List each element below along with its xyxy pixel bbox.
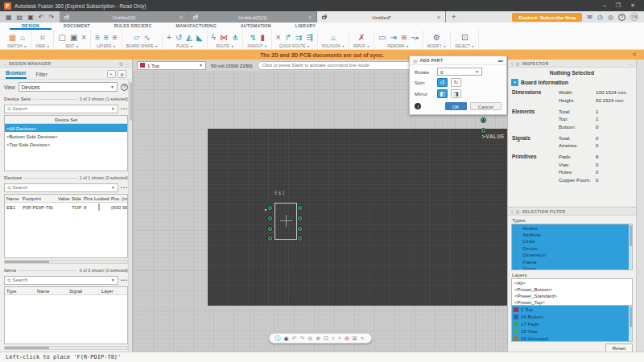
help-icon[interactable]: ? bbox=[618, 14, 625, 21]
document-tab[interactable]: Untitled* × bbox=[317, 11, 446, 23]
layers-top-icon[interactable]: ≡ bbox=[95, 34, 100, 42]
devices-search-input[interactable] bbox=[12, 185, 109, 190]
expand-section-button[interactable]: ▼ bbox=[511, 79, 518, 86]
route-all-icon[interactable]: ⇉ bbox=[295, 34, 302, 42]
toolbar-group-label[interactable]: SELECT▼ bbox=[455, 44, 474, 48]
copy-icon[interactable]: ▣ bbox=[70, 34, 77, 42]
route-multi-icon[interactable]: ⋔ bbox=[232, 34, 238, 42]
cancel-button[interactable]: Cancel bbox=[470, 102, 502, 110]
panel-gear-icon[interactable]: ◎ bbox=[119, 61, 123, 66]
qat-icon[interactable]: ▦ bbox=[6, 14, 12, 21]
component-pad[interactable] bbox=[267, 205, 273, 211]
layer-preset-row[interactable]: <All> bbox=[512, 279, 632, 286]
devices-horizontal-scrollbar[interactable] bbox=[4, 260, 128, 264]
toolbar-group-label[interactable]: QUICK ROUTE▼ bbox=[279, 44, 310, 48]
polygon-icon[interactable]: ⌂ bbox=[331, 34, 336, 42]
view-select[interactable]: Devices ▼ bbox=[19, 82, 118, 92]
layer-preset-row[interactable]: <Preset_Bottom> bbox=[512, 286, 632, 292]
device-sets-searchbox[interactable]: ⚲ ▼ bbox=[4, 105, 118, 113]
zoom-out-icon[interactable]: ⊖ bbox=[308, 335, 312, 341]
info-icon[interactable]: ⓘ bbox=[275, 335, 280, 341]
ribbon-tab[interactable]: AUTOMATION bbox=[229, 23, 283, 30]
route-diff-pair-icon[interactable]: ⋈ bbox=[220, 34, 228, 42]
collapse-dialog-icon[interactable]: ▬ bbox=[498, 58, 503, 63]
mirror-off-button[interactable]: ◧ bbox=[437, 89, 448, 98]
toolbar-group-label[interactable]: REWORK▼ bbox=[388, 44, 410, 48]
items-searchbox[interactable]: ⚲ ▼ bbox=[4, 276, 118, 285]
mirror-on-button[interactable]: ◨ bbox=[451, 89, 461, 98]
locked-checkbox[interactable] bbox=[98, 204, 100, 211]
layer-filter-row[interactable]: 19 Unrouted bbox=[512, 335, 632, 342]
toolbar-group-label[interactable]: MODIFY▼ bbox=[427, 44, 447, 48]
component-pad[interactable] bbox=[297, 205, 303, 211]
maximize-button[interactable]: ❐ bbox=[616, 2, 621, 9]
document-tab[interactable]: Untitled(2)(1) × bbox=[188, 11, 317, 23]
selection-box-icon[interactable]: ⊠ bbox=[353, 335, 357, 341]
scrollbar-thumb[interactable] bbox=[5, 347, 49, 349]
layer-preset-row[interactable]: <Preset_Top> bbox=[512, 298, 632, 305]
component-pad[interactable] bbox=[267, 236, 273, 241]
move-icon[interactable]: + bbox=[167, 34, 171, 42]
rework-snip-icon[interactable]: ↝ bbox=[411, 34, 418, 42]
toolbar-group-label[interactable]: LAYERS▼ bbox=[97, 44, 116, 48]
qat-icon[interactable]: ↷ bbox=[48, 14, 54, 21]
ribbon-tab[interactable]: DOCUMENT bbox=[52, 23, 102, 30]
rotate-select[interactable]: 0 ▼ bbox=[437, 68, 482, 76]
modify-wrench-icon[interactable]: ⚙ bbox=[433, 34, 440, 42]
type-filter-row[interactable]: ▤ Device bbox=[512, 245, 632, 251]
new-document-icon[interactable]: ▢ bbox=[58, 34, 65, 42]
subscribe-button[interactable]: Expired: Subscribe Now bbox=[512, 13, 582, 22]
collapse-panel-icon[interactable]: ⟨ bbox=[511, 209, 513, 214]
close-tab-icon[interactable]: × bbox=[180, 14, 183, 20]
type-filter-row[interactable]: ↔ Dimension bbox=[512, 252, 632, 258]
info-icon[interactable]: i bbox=[415, 103, 421, 109]
pan-icon[interactable]: + bbox=[338, 335, 341, 341]
ribbon-tab[interactable]: LIBRARY bbox=[283, 23, 328, 30]
route-active-icon[interactable]: ↱ bbox=[285, 34, 291, 42]
ribbon-tab[interactable]: DESIGN bbox=[10, 23, 52, 30]
rework-extend-icon[interactable]: ⇥ bbox=[390, 34, 396, 42]
tab-browser[interactable]: Browser bbox=[6, 70, 27, 79]
tab-filter[interactable]: Filter bbox=[36, 72, 47, 79]
add-part-header[interactable]: ◎ ADD PART ▬ bbox=[410, 56, 506, 65]
toolbar-group-label[interactable]: PLACE▼ bbox=[176, 44, 193, 48]
rotate-icon[interactable]: ↺ bbox=[175, 34, 182, 42]
layer-filter-row[interactable]: 18 Vias bbox=[512, 327, 632, 335]
component-pad[interactable] bbox=[297, 226, 303, 232]
cursor-menu-icon[interactable]: ↖ bbox=[361, 335, 365, 341]
chevron-down-icon[interactable]: ▼ bbox=[111, 278, 115, 282]
layer-preset-row[interactable]: <Preset_Standard> bbox=[512, 292, 632, 298]
ribbon-tab[interactable]: RULES DRC/ERC bbox=[102, 23, 164, 30]
component-pad[interactable] bbox=[267, 216, 273, 221]
collapse-panel-icon[interactable]: ⟨ bbox=[511, 61, 513, 66]
close-button[interactable]: ✕ bbox=[630, 2, 635, 9]
layer-filter-row[interactable]: 16 Bottom bbox=[512, 313, 632, 320]
layers-all-icon[interactable]: ≡ bbox=[104, 34, 109, 42]
ribbon-tab[interactable]: MANUFACTURING bbox=[164, 23, 229, 30]
mirror-icon[interactable]: ◭ bbox=[186, 34, 192, 42]
items-search-input[interactable] bbox=[12, 278, 109, 282]
redo-view-icon[interactable]: ↷ bbox=[299, 335, 304, 341]
grid-icon[interactable]: ⌗ bbox=[40, 34, 45, 42]
component-pad[interactable] bbox=[297, 216, 303, 221]
layer-filter-row[interactable]: 17 Pads bbox=[512, 320, 632, 327]
top-action-icon[interactable]: ◎ bbox=[608, 14, 613, 21]
scrollbar-thumb[interactable] bbox=[5, 261, 49, 263]
device-set-row[interactable]: <All Devices> bbox=[5, 124, 127, 132]
active-layer-select[interactable]: 1 Top ▼ bbox=[137, 61, 206, 70]
toolbar-group-label[interactable]: BOARD SHAPE▼ bbox=[126, 44, 158, 48]
switch-board-icon[interactable]: ▦ bbox=[9, 34, 16, 42]
fanout-via-icon[interactable]: ▮ bbox=[261, 34, 266, 42]
types-scrollbar[interactable] bbox=[629, 224, 632, 269]
switch-library-icon[interactable]: ⌂ bbox=[20, 34, 25, 42]
layers-scrollbar[interactable] bbox=[629, 306, 632, 341]
component-footprint[interactable]: E$1 bbox=[264, 190, 306, 248]
delete-icon[interactable]: × bbox=[81, 34, 86, 42]
qat-icon[interactable]: ↶ bbox=[39, 14, 44, 21]
device-row[interactable]: E$1 P(R-PDIP-T8) TOP 8 (900 950) 0 bbox=[5, 203, 127, 211]
zoom-in-icon[interactable]: ⊕ bbox=[316, 335, 320, 341]
panel-vertical-scrollbar[interactable] bbox=[128, 80, 132, 352]
look-at-icon[interactable]: ◉ bbox=[283, 335, 288, 341]
toolbar-group-label[interactable]: SWITCH▼ bbox=[7, 44, 27, 48]
device-sets-search-input[interactable] bbox=[12, 106, 109, 111]
